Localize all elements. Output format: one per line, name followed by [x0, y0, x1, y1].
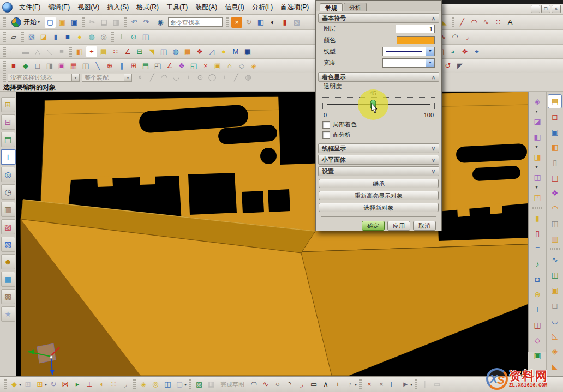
- snap-plus-icon[interactable]: +: [219, 73, 230, 82]
- layer-input[interactable]: [396, 25, 435, 33]
- extract-body-icon[interactable]: ◨: [531, 150, 544, 164]
- studio-squiggle-icon[interactable]: ∿: [260, 379, 271, 390]
- part-navigator-icon[interactable]: ▤: [1, 132, 15, 147]
- shaded-view-icon[interactable]: ◧: [255, 17, 266, 28]
- open-part-icon[interactable]: ▣: [57, 17, 68, 28]
- pad-icon[interactable]: ▭: [8, 46, 19, 57]
- studio-spline-icon[interactable]: ∿: [481, 17, 492, 28]
- linetype-combo[interactable]: ▼: [382, 47, 435, 56]
- boolean-unite-icon[interactable]: ⊙: [128, 32, 139, 43]
- electrode-clamp-icon[interactable]: ◫: [531, 318, 544, 331]
- sketch-circle-icon[interactable]: ○: [272, 379, 283, 390]
- delete-icon[interactable]: ×: [200, 61, 211, 71]
- corner-curve-icon[interactable]: ◞: [462, 32, 472, 43]
- blue-clamps-icon[interactable]: ◈: [548, 345, 561, 358]
- measure-box-icon[interactable]: ◫: [531, 171, 544, 184]
- green-diamond-icon[interactable]: ◆: [20, 61, 31, 71]
- plate-pair-icon[interactable]: ◫: [548, 217, 561, 230]
- electrode-bolt-icon[interactable]: ▮: [531, 212, 544, 225]
- electrode-note-icon[interactable]: ♪: [531, 257, 544, 270]
- assembly-cubes-icon[interactable]: ⊞: [22, 379, 33, 390]
- constraint-arrow-icon[interactable]: ►: [400, 379, 411, 390]
- copy-face-icon[interactable]: ◧: [531, 130, 544, 143]
- book-check-icon[interactable]: ◫: [548, 268, 561, 281]
- chevron-up-icon[interactable]: ∧: [432, 74, 435, 80]
- linetype-arrow-icon[interactable]: ▼: [426, 47, 434, 56]
- roles-icon[interactable]: ☻: [1, 254, 15, 269]
- electrode-anchor-icon[interactable]: ⊥: [531, 303, 544, 316]
- wave-link-dropdown-arrow[interactable]: ▾: [535, 109, 537, 114]
- assembly-navigator-icon[interactable]: ⊞: [1, 97, 15, 112]
- iso-box-icon[interactable]: ◇: [236, 61, 247, 71]
- flip-body-icon[interactable]: ◧: [548, 141, 561, 154]
- menu-item-view[interactable]: 视图(V): [74, 2, 103, 13]
- white-cube-icon[interactable]: ◻: [32, 61, 43, 71]
- minimize-button[interactable]: –: [531, 5, 540, 13]
- pocket-feature-icon[interactable]: ◍: [86, 32, 97, 43]
- save-part-icon[interactable]: ▣: [69, 17, 80, 28]
- chevron-up-icon[interactable]: ∧: [432, 15, 435, 21]
- draft-icon[interactable]: ◺: [44, 46, 55, 57]
- elbow-joint-icon[interactable]: ◞: [120, 379, 131, 390]
- selection-filter-arrow-icon[interactable]: ▼: [71, 74, 79, 81]
- cut-icon[interactable]: ✂: [87, 17, 98, 28]
- ok-button[interactable]: 确定: [362, 221, 385, 231]
- menu-item-file[interactable]: 文件(F): [15, 2, 44, 13]
- sketch-shape-dropdown-arrow[interactable]: ▾: [355, 382, 357, 387]
- patch-body-icon[interactable]: ◰: [531, 191, 544, 204]
- paste-icon[interactable]: ▥: [111, 17, 122, 28]
- hollow-cube-icon[interactable]: ◻: [548, 110, 561, 123]
- delete-face-icon[interactable]: ◪: [531, 115, 544, 128]
- measure-ruler-icon[interactable]: ▤: [98, 46, 109, 57]
- mosaic-icon[interactable]: ▦: [68, 61, 79, 71]
- select-new-object-button[interactable]: 选择新对象: [319, 203, 439, 212]
- gold-box-icon[interactable]: ▣: [548, 284, 561, 297]
- group-header-basic-symbols[interactable]: 基本符号 ∧: [318, 13, 439, 23]
- pin-flag-icon[interactable]: ⌖: [471, 46, 482, 57]
- snap-arc-icon[interactable]: ◠: [159, 73, 170, 82]
- blend-feature-icon[interactable]: ◎: [98, 32, 109, 43]
- group-header-shaded-display[interactable]: 着色显示 ∧: [318, 72, 439, 82]
- wizard-icon[interactable]: ★: [1, 306, 15, 322]
- chevron-down-icon[interactable]: ∨: [432, 146, 435, 152]
- inherit-button[interactable]: 继承: [319, 179, 439, 188]
- snap-slash-icon[interactable]: ╱: [231, 73, 242, 82]
- selection-scope-combo[interactable]: 整个装配 ▼: [82, 74, 132, 82]
- profile-tool-icon[interactable]: ◠: [248, 379, 259, 390]
- blue-line-icon[interactable]: ╲: [92, 61, 103, 71]
- sketch-chamfer-icon[interactable]: ◞: [296, 379, 307, 390]
- barrel-icon[interactable]: ◍: [170, 46, 181, 57]
- exploded-view-icon[interactable]: ◈: [138, 379, 149, 390]
- sketch-point-icon[interactable]: +: [332, 379, 343, 390]
- color-swatch[interactable]: [397, 36, 435, 44]
- apply-button[interactable]: 应用: [387, 221, 410, 231]
- wave-link-icon[interactable]: ◈: [531, 95, 544, 108]
- divide-face-icon[interactable]: +: [86, 46, 97, 57]
- gift-box-icon[interactable]: ▣: [56, 61, 67, 71]
- add-component-icon[interactable]: ⊞: [34, 379, 45, 390]
- layer-cake-icon[interactable]: ▤: [548, 171, 561, 184]
- toolbar-grip[interactable]: [3, 17, 6, 27]
- tab-analysis[interactable]: 分析: [344, 3, 367, 11]
- boss-icon[interactable]: ▬: [20, 46, 31, 57]
- add-component-dropdown-arrow[interactable]: ▾: [45, 382, 47, 387]
- text-curve-icon[interactable]: A: [505, 17, 516, 28]
- menu-item-assemblies[interactable]: 装配(A): [191, 2, 221, 13]
- measure-body-icon[interactable]: ⊟: [134, 46, 145, 57]
- edit-face-icon[interactable]: ◧: [74, 46, 85, 57]
- show-hide-icon[interactable]: ▧: [291, 17, 302, 28]
- color-dots-icon[interactable]: ❖: [194, 46, 205, 57]
- color-gradient-icon[interactable]: ▨: [1, 219, 15, 234]
- wave-m-icon[interactable]: ∿: [548, 253, 561, 266]
- globe-cake-icon[interactable]: ◕: [447, 46, 458, 57]
- layer-colors-icon[interactable]: ▤: [140, 61, 151, 71]
- sketch-polygon-icon[interactable]: ∧: [320, 379, 331, 390]
- arc-curve-icon[interactable]: ◠: [469, 17, 480, 28]
- block-icon[interactable]: ▧: [26, 32, 37, 43]
- context-control-dropdown-arrow[interactable]: ▾: [19, 382, 21, 387]
- face-analysis-checkbox[interactable]: [322, 131, 330, 139]
- context-control-icon[interactable]: ◆: [9, 379, 20, 390]
- new-part-icon[interactable]: ▢: [45, 17, 56, 28]
- rotate-circle-icon[interactable]: ↺: [442, 61, 453, 71]
- restore-button[interactable]: □: [541, 5, 550, 13]
